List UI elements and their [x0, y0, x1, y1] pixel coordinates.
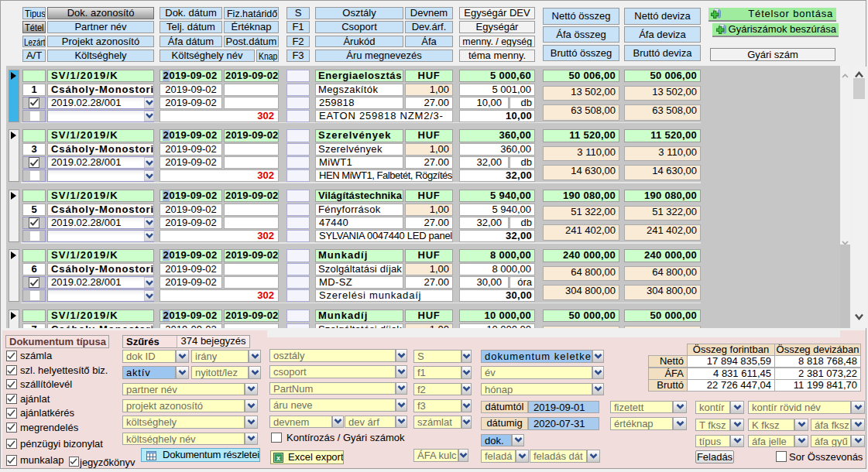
- svg-text:x: x: [276, 454, 280, 462]
